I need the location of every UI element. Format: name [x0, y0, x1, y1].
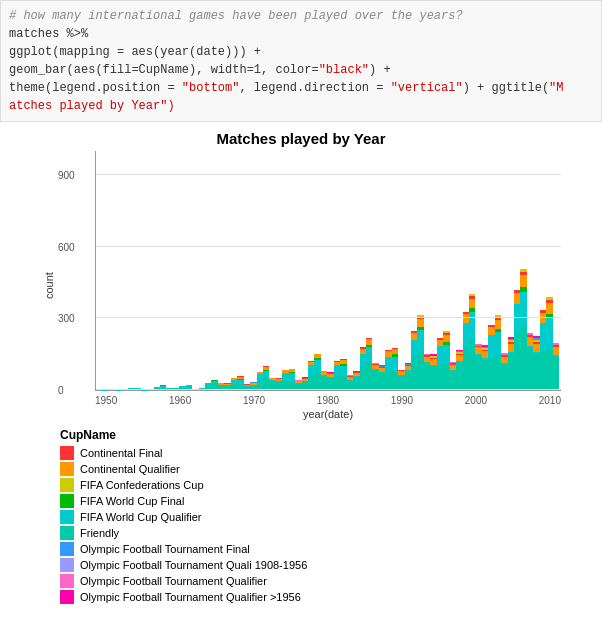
legend-section: CupName Continental FinalContinental Qua…: [0, 420, 602, 614]
chart-container: count 0 300 600 900 19501960197019801990…: [41, 151, 561, 420]
legend-items: Continental FinalContinental QualifierFI…: [60, 446, 586, 604]
legend-title: CupName: [60, 428, 586, 442]
legend-item: Olympic Football Tournament Final: [60, 542, 586, 556]
code-line1: matches %>%: [9, 27, 88, 41]
code-block: # how many international games have been…: [0, 0, 602, 122]
x-tick-label: 1960: [169, 395, 191, 406]
legend-color-swatch: [60, 590, 74, 604]
legend-item: Continental Final: [60, 446, 586, 460]
x-axis: 1950196019701980199020002010: [95, 393, 561, 406]
legend-color-swatch: [60, 558, 74, 572]
legend-label: Continental Final: [80, 447, 163, 459]
legend-color-swatch: [60, 446, 74, 460]
legend-color-swatch: [60, 510, 74, 524]
x-tick-label: 1950: [95, 395, 117, 406]
legend-label: Continental Qualifier: [80, 463, 180, 475]
chart-plot: 0 300 600 900: [95, 151, 561, 391]
code-comment: # how many international games have been…: [9, 9, 463, 23]
chart-title: Matches played by Year: [4, 130, 598, 147]
legend-label: Olympic Football Tournament Quali 1908-1…: [80, 559, 307, 571]
legend-item: Olympic Football Tournament Quali 1908-1…: [60, 558, 586, 572]
legend-item: Continental Qualifier: [60, 462, 586, 476]
legend-color-swatch: [60, 526, 74, 540]
code-line2: ggplot(mapping = aes(year(date))) +: [9, 45, 261, 59]
code-line5: atches played by Year"): [9, 99, 175, 113]
legend-label: Friendly: [80, 527, 119, 539]
legend-label: FIFA World Cup Final: [80, 495, 184, 507]
legend-label: Olympic Football Tournament Final: [80, 543, 250, 555]
x-tick-label: 1970: [243, 395, 265, 406]
x-tick-label: 2010: [539, 395, 561, 406]
chart-area: Matches played by Year count 0 300 600 9…: [0, 122, 602, 420]
bar-segment: [553, 357, 559, 390]
legend-color-swatch: [60, 574, 74, 588]
legend-label: FIFA Confederations Cup: [80, 479, 204, 491]
x-axis-title: year(date): [95, 408, 561, 420]
code-line3: geom_bar(aes(fill=CupName), width=1, col…: [9, 63, 391, 77]
legend-color-swatch: [60, 478, 74, 492]
legend-item: Olympic Football Tournament Qualifier: [60, 574, 586, 588]
legend-color-swatch: [60, 462, 74, 476]
bars-wrapper: [100, 151, 561, 390]
legend-color-swatch: [60, 494, 74, 508]
legend-item: FIFA Confederations Cup: [60, 478, 586, 492]
legend-label: Olympic Football Tournament Qualifier >1…: [80, 591, 301, 603]
legend-item: Friendly: [60, 526, 586, 540]
y-axis-label: count: [41, 151, 57, 420]
x-tick-label: 2000: [465, 395, 487, 406]
legend-item: Olympic Football Tournament Qualifier >1…: [60, 590, 586, 604]
legend-label: FIFA World Cup Qualifier: [80, 511, 201, 523]
bar-group: [553, 284, 559, 390]
legend-item: FIFA World Cup Final: [60, 494, 586, 508]
legend-label: Olympic Football Tournament Qualifier: [80, 575, 267, 587]
x-tick-label: 1990: [391, 395, 413, 406]
legend-item: FIFA World Cup Qualifier: [60, 510, 586, 524]
x-tick-label: 1980: [317, 395, 339, 406]
legend-color-swatch: [60, 542, 74, 556]
bar-segment: [553, 347, 559, 355]
chart-inner: 0 300 600 900 19501960197019801990200020…: [95, 151, 561, 420]
code-line4: theme(legend.position = "bottom", legend…: [9, 81, 564, 95]
